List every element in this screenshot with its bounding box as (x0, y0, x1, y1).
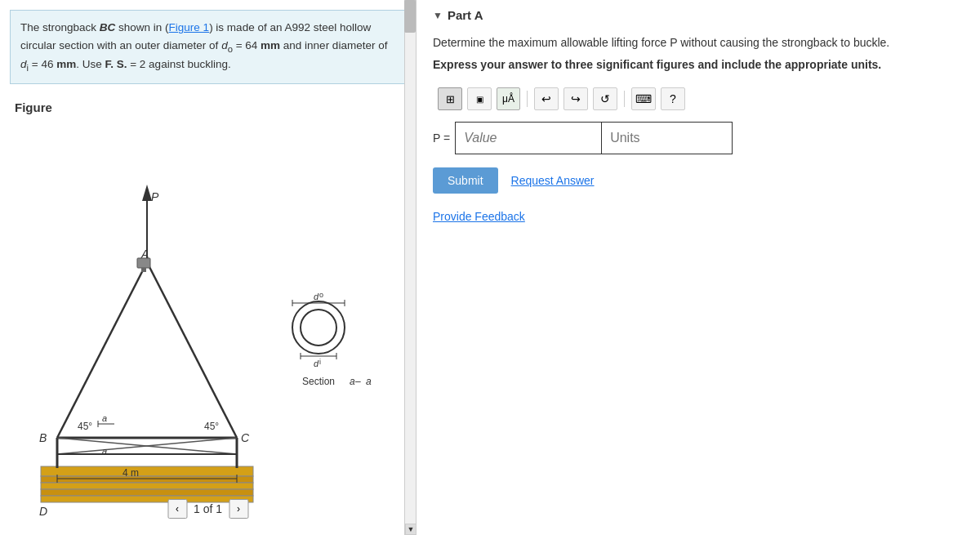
part-arrow-icon: ▼ (433, 10, 443, 21)
undo-icon: ↩ (541, 92, 551, 105)
problem-statement: The strongback BC shown in (Figure 1) is… (10, 10, 406, 84)
units-input[interactable] (602, 122, 733, 154)
p-label: P = (433, 132, 450, 145)
svg-rect-19 (141, 268, 146, 272)
svg-text:–: – (355, 376, 361, 387)
redo-button[interactable]: ↪ (564, 87, 588, 110)
matrix-button[interactable]: ⊞ (438, 87, 462, 110)
svg-rect-3 (41, 489, 253, 496)
toolbar-sep-2 (624, 91, 625, 107)
instruction-text: Express your answer to three significant… (433, 58, 964, 71)
svg-line-15 (57, 262, 147, 438)
help-button[interactable]: ? (661, 87, 685, 110)
svg-text:a: a (102, 413, 107, 423)
figure-link[interactable]: Figure 1 (169, 21, 210, 33)
scroll-thumb[interactable] (404, 0, 416, 33)
submit-button[interactable]: Submit (433, 167, 498, 194)
answer-toolbar: ⊞ ▣ μÅ ↩ ↪ ↺ ⌨ ? (433, 84, 964, 114)
svg-text:o: o (319, 291, 323, 299)
feedback-link[interactable]: Provide Feedback (433, 210, 964, 223)
keyboard-icon: ⌨ (635, 92, 652, 105)
svg-text:4 m: 4 m (122, 467, 139, 479)
matrix-icon: ⊞ (446, 93, 455, 105)
scroll-down-arrow[interactable]: ▼ (405, 524, 416, 535)
svg-text:D: D (39, 505, 47, 518)
svg-text:a: a (350, 376, 355, 387)
figure-svg: B C D E A P (8, 115, 399, 494)
help-icon: ? (670, 92, 676, 105)
svg-text:C: C (241, 431, 250, 444)
toolbar-sep-1 (527, 91, 528, 107)
svg-text:45°: 45° (204, 421, 219, 432)
keyboard-button[interactable]: ⌨ (631, 87, 656, 110)
prev-figure-button[interactable]: ‹ (167, 499, 187, 519)
svg-rect-18 (137, 258, 150, 268)
figure-nav: ‹ 1 of 1 › (167, 499, 248, 519)
svg-text:P: P (151, 190, 159, 203)
ua-label: μÅ (502, 93, 514, 105)
svg-text:a: a (366, 376, 372, 387)
undo-button[interactable]: ↩ (534, 87, 559, 110)
reset-icon: ↺ (600, 92, 610, 105)
scroll-bar[interactable]: ▲ ▼ (404, 0, 416, 535)
ua-button[interactable]: μÅ (497, 87, 520, 110)
svg-text:B: B (39, 431, 47, 444)
bc-label: BC (100, 21, 116, 33)
svg-text:45°: 45° (78, 421, 92, 432)
part-header: ▼ Part A (433, 8, 964, 22)
value-input[interactable] (455, 122, 602, 154)
right-panel: ▼ Part A Determine the maximum allowable… (416, 0, 980, 535)
format-button[interactable]: ▣ (467, 87, 492, 110)
question-text: Determine the maximum allowable lifting … (433, 33, 964, 51)
svg-text:i: i (319, 358, 321, 366)
svg-text:Section: Section (302, 376, 335, 387)
figure-page-indicator: 1 of 1 (194, 502, 222, 515)
svg-rect-1 (41, 476, 253, 483)
submit-row: Submit Request Answer (433, 167, 964, 194)
svg-rect-2 (41, 483, 253, 489)
format-icon: ▣ (476, 95, 483, 104)
svg-text:d: d (314, 359, 319, 368)
svg-line-16 (147, 262, 237, 438)
problem-text-1: The strongback (20, 21, 100, 33)
svg-text:d: d (314, 292, 319, 301)
svg-point-34 (301, 310, 336, 346)
svg-text:a: a (102, 446, 107, 456)
left-panel: The strongback BC shown in (Figure 1) is… (0, 0, 416, 535)
request-answer-link[interactable]: Request Answer (511, 174, 595, 187)
figure-label: Figure (15, 100, 52, 114)
part-label: Part A (448, 8, 483, 22)
answer-row: P = (433, 122, 964, 154)
next-figure-button[interactable]: › (229, 499, 248, 519)
figure-area: Figure B C (0, 91, 416, 535)
svg-rect-0 (41, 466, 253, 476)
problem-text-2: shown in ( (115, 21, 168, 33)
redo-icon: ↪ (571, 92, 581, 105)
reset-button[interactable]: ↺ (593, 87, 617, 110)
